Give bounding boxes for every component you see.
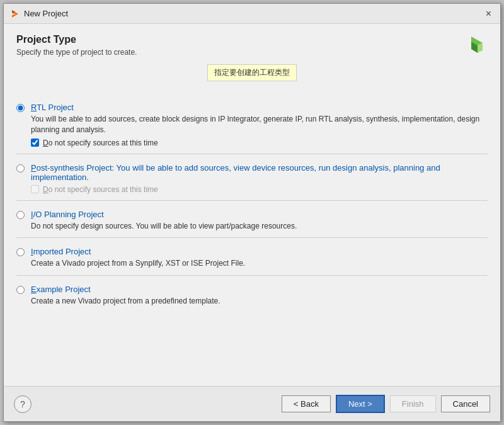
page-header: Project Type Specify the type of project… [16, 34, 488, 57]
tooltip-box: 指定要创建的工程类型 [207, 64, 297, 81]
radio-imported[interactable] [16, 248, 25, 256]
dialog-content: Project Type Specify the type of project… [4, 24, 500, 386]
post-synthesis-content: Post-synthesis Project: You will be able… [31, 163, 488, 194]
radio-rtl[interactable] [16, 104, 25, 112]
footer: ? < Back Next > Finish Cancel [4, 386, 500, 421]
footer-right: < Back Next > Finish Cancel [282, 395, 490, 413]
post-synthesis-label: Post-synthesis Project: You will be able… [31, 163, 488, 182]
radio-example[interactable] [16, 286, 25, 294]
titlebar: New Project × [4, 4, 500, 24]
radio-io-planning[interactable] [16, 211, 25, 219]
post-synthesis-checkbox-row: Do not specify sources at this time [31, 185, 488, 194]
divider-2 [16, 200, 488, 201]
cancel-button[interactable]: Cancel [441, 395, 490, 412]
back-button[interactable]: < Back [282, 395, 331, 412]
post-synthesis-checkbox[interactable] [31, 185, 39, 193]
options-area: RTL Project You will be able to add sour… [16, 98, 488, 380]
page-title: Project Type [16, 34, 137, 45]
divider-1 [16, 154, 488, 154]
titlebar-left: New Project [10, 9, 68, 19]
divider-3 [16, 237, 488, 238]
imported-label: Imported Project [31, 247, 488, 256]
rtl-desc: You will be able to add sources, create … [31, 114, 488, 135]
close-button[interactable]: × [483, 9, 494, 19]
option-rtl: RTL Project You will be able to add sour… [16, 98, 488, 150]
vivado-logo [465, 34, 488, 57]
imported-content: Imported Project Create a Vivado project… [31, 247, 488, 269]
example-content: Example Project Create a new Vivado proj… [31, 285, 488, 307]
next-button[interactable]: Next > [336, 395, 385, 413]
post-synthesis-checkbox-label: Do not specify sources at this time [43, 185, 158, 194]
io-planning-label: I/O Planning Project [31, 210, 488, 219]
finish-button[interactable]: Finish [390, 395, 436, 412]
option-imported: Imported Project Create a Vivado project… [16, 242, 488, 271]
app-icon [10, 9, 20, 19]
imported-desc: Create a Vivado project from a Synplify,… [31, 258, 488, 269]
divider-4 [16, 275, 488, 276]
new-project-dialog: New Project × Project Type Specify the t… [3, 3, 501, 422]
rtl-label: RTL Project [31, 103, 488, 112]
page-subtitle: Specify the type of project to create. [16, 48, 137, 57]
option-example: Example Project Create a new Vivado proj… [16, 280, 488, 309]
io-planning-desc: Do not specify design sources. You will … [31, 221, 488, 232]
radio-post-synthesis[interactable] [16, 164, 25, 173]
vivado-logo-svg [465, 34, 488, 57]
rtl-checkbox-label: Do not specify sources at this time [43, 139, 158, 147]
option-post-synthesis: Post-synthesis Project: You will be able… [16, 158, 488, 196]
io-planning-content: I/O Planning Project Do not specify desi… [31, 210, 488, 232]
dialog-title: New Project [24, 9, 68, 18]
option-io-planning: I/O Planning Project Do not specify desi… [16, 205, 488, 234]
header-text: Project Type Specify the type of project… [16, 34, 137, 57]
example-desc: Create a new Vivado project from a prede… [31, 296, 488, 307]
example-label: Example Project [31, 285, 488, 294]
help-button[interactable]: ? [14, 395, 32, 413]
rtl-checkbox-row: Do not specify sources at this time [31, 139, 488, 147]
footer-left: ? [14, 395, 32, 413]
rtl-checkbox[interactable] [31, 139, 39, 147]
rtl-content: RTL Project You will be able to add sour… [31, 103, 488, 147]
